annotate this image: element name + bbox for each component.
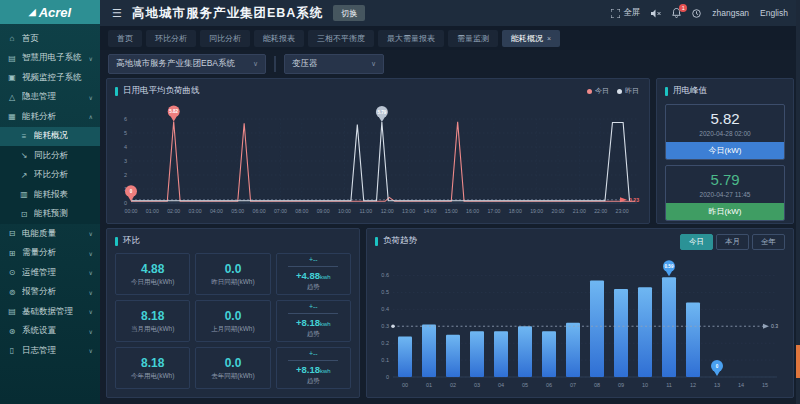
chevron-icon: ∨ [89,250,93,257]
menu-item-icon: ⊟ [7,229,17,238]
menu-item-label: 智慧用电子系统 [22,52,82,64]
svg-text:06:00: 06:00 [253,208,266,214]
history-button[interactable] [692,9,701,18]
peak-today-button[interactable]: 今日(kW) [666,142,784,159]
tab[interactable]: 最大需量报表 [378,30,444,47]
sidebar-item[interactable]: ⊟ 电能质量 ∨ [0,224,100,244]
daily-load-title: 日用电平均负荷曲线 [123,85,200,97]
sidebar-item[interactable]: ⊛ 系统设置 ∨ [0,322,100,342]
sidebar-item[interactable]: ⊚ 报警分析 ∨ [0,283,100,303]
sidebar-item[interactable]: ⊡ 能耗预测 [0,205,100,225]
load-trend-title: 负荷趋势 [383,235,417,247]
sidebar-item[interactable]: △ 隐患管理 ∨ [0,88,100,108]
scrollbar-thumb[interactable] [796,345,800,378]
chevron-icon: ∨ [89,269,93,276]
tab-label: 首页 [117,33,133,44]
menu-item-label: 首页 [22,33,39,45]
sidebar-item[interactable]: ≡ 能耗概况 [0,127,100,147]
tab-close-icon[interactable]: × [547,35,551,42]
legend-dot-yesterday [617,89,622,94]
sidebar-item[interactable]: ↘ 同比分析 [0,146,100,166]
notifications-button[interactable]: 1 [672,8,681,18]
sidebar-item[interactable]: ▣ 视频监控子系统 [0,68,100,88]
daily-load-panel: 日用电平均负荷曲线 今日 昨日 012345600:0001:0002:0003… [106,78,650,224]
menu-item-icon: ⊚ [7,288,17,297]
mom-cell-value: 4.88 [141,262,164,276]
svg-text:12:00: 12:00 [381,208,394,214]
filter-row: 高地城市服务产业集团EBA系统 ∨ 变压器 ∨ [100,50,800,78]
menu-item-icon: ↘ [19,151,29,160]
trend-range-button[interactable]: 全年 [752,234,785,250]
legend-yesterday[interactable]: 昨日 [617,86,639,96]
svg-text:04:00: 04:00 [210,208,223,214]
svg-text:3: 3 [124,158,127,164]
fullscreen-button[interactable]: 全屏 [611,7,640,19]
device-select[interactable]: 变压器 ∨ [284,54,384,74]
svg-text:0: 0 [386,374,389,380]
tab[interactable]: 需量监测 [448,30,498,47]
peak-time-today: 2020-04-28 02:00 [666,127,784,142]
mom-cell-label: 上月同期(kWh) [211,325,254,334]
peak-value-today: 5.82 [666,105,784,127]
trend-range-button[interactable]: 今日 [680,234,713,250]
sidebar-item[interactable]: ▯ 日志管理 ∨ [0,341,100,361]
sidebar-item[interactable]: ⌂ 首页 [0,29,100,49]
svg-text:5.82: 5.82 [169,109,178,114]
tab[interactable]: 同比分析 [200,30,250,47]
sidebar-item[interactable]: ▥ 能耗报表 [0,185,100,205]
svg-text:22:00: 22:00 [594,208,607,214]
svg-text:0.5: 0.5 [381,289,389,295]
mute-button[interactable] [651,9,661,18]
sidebar-item[interactable]: ▤ 智慧用电子系统 ∨ [0,49,100,69]
sidebar: ◢ Acrel ⌂ 首页 ▤ 智慧用电子系统 ∨ ▣ 视频监控子 [0,0,100,404]
mom-cell-divider [288,360,338,361]
load-trend-panel: 负荷趋势 今日 本月 全年 00.10.20.30.40.50.60001020… [366,228,794,398]
user-menu[interactable]: zhangsan [712,8,749,18]
trend-range-button[interactable]: 本月 [716,234,749,250]
org-select[interactable]: 高地城市服务产业集团EBA系统 ∨ [108,54,266,74]
sidebar-item[interactable]: ▤ 基础数据管理 ∨ [0,302,100,322]
menu-item-label: 日志管理 [22,345,56,357]
tab[interactable]: 能耗概况 × [502,30,560,47]
svg-text:09: 09 [618,382,624,388]
menu-item-label: 电能质量 [22,228,56,240]
peak-panel: 用电峰值 5.82 2020-04-28 02:00 今日(kW) 5.79 2… [656,78,794,224]
switch-button[interactable]: 切换 [333,5,365,21]
tab[interactable]: 能耗报表 [254,30,304,47]
peak-yesterday-button[interactable]: 昨日(kW) [666,203,784,220]
mom-comparison-panel: 环比 4.88 今日用电(kWh) 0.0 [106,228,360,398]
language-switcher[interactable]: English [760,8,788,18]
mom-cell-value: 0.0 [225,356,242,370]
tab[interactable]: 三相不平衡度 [308,30,374,47]
sidebar-item[interactable]: ▦ 能耗分析 ∧ [0,107,100,127]
tab-label: 能耗报表 [263,33,295,44]
legend-today[interactable]: 今日 [587,86,609,96]
svg-text:15:00: 15:00 [445,208,458,214]
svg-text:0.3: 0.3 [771,323,778,329]
svg-text:5: 5 [124,130,127,136]
chart-legend: 今日 昨日 [587,86,639,96]
svg-text:13:00: 13:00 [402,208,415,214]
tab-label: 需量监测 [457,33,489,44]
legend-today-label: 今日 [595,86,609,96]
tab[interactable]: 环比分析 [146,30,196,47]
tab[interactable]: 首页 [108,30,142,47]
svg-text:23:00: 23:00 [616,208,629,214]
mom-cell-value: 8.18 [141,309,164,323]
sidebar-item[interactable]: ⊙ 运维管理 ∨ [0,263,100,283]
notification-badge: 1 [679,4,687,12]
menu-item-icon: ≡ [19,132,29,141]
menu-item-icon: ▤ [7,307,17,316]
mom-cell-label: 当月用电(kWh) [131,325,174,334]
sidebar-item[interactable]: ⊞ 需量分析 ∨ [0,244,100,264]
mom-cell-value: 0.0 [225,262,242,276]
sidebar-item[interactable]: ↗ 环比分析 [0,166,100,186]
svg-text:2: 2 [124,172,127,178]
svg-text:17:00: 17:00 [487,208,500,214]
menu-item-icon: ⊛ [7,327,17,336]
hamburger-icon[interactable]: ☰ [112,7,122,20]
panel-title: 日用电平均负荷曲线 [107,79,649,99]
acrel-logo-icon: ◢ [29,7,36,17]
mom-cell: +-- +4.88 kwh 趋势 [276,253,351,295]
peak-time-yesterday: 2020-04-27 11:45 [666,188,784,203]
